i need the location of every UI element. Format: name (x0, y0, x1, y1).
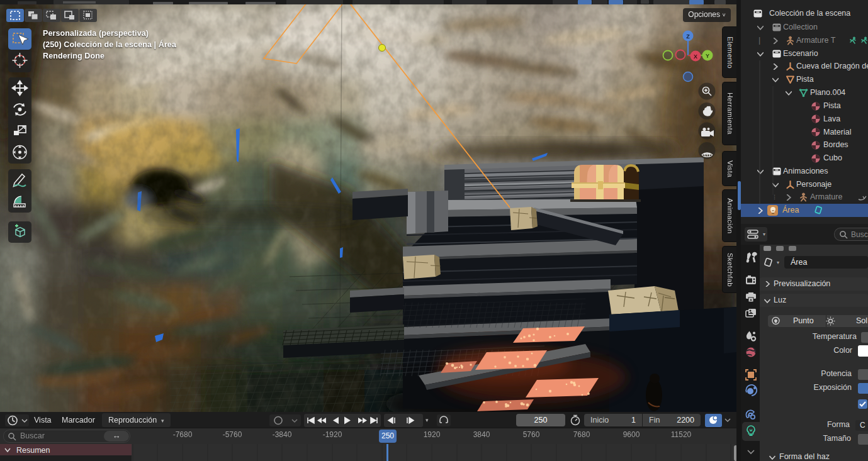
svg-text:Z: Z (686, 33, 690, 40)
svg-text:Resumen: Resumen (16, 446, 50, 455)
svg-text:X: X (694, 53, 697, 60)
svg-text:Y: Y (706, 53, 709, 59)
